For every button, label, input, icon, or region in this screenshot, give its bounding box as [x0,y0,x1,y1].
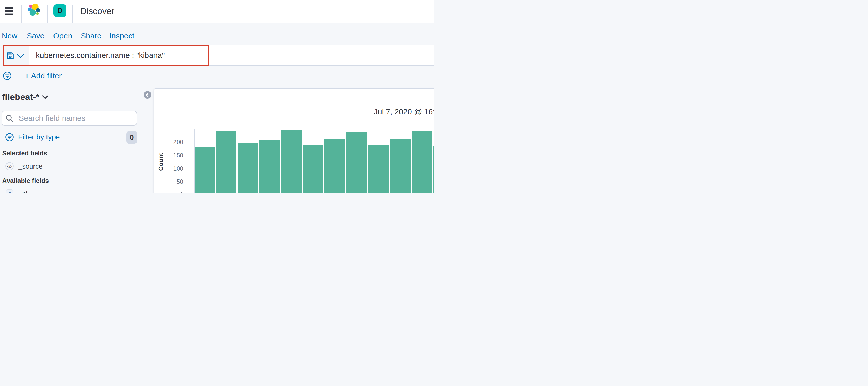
svg-text:</>: </> [7,164,12,169]
